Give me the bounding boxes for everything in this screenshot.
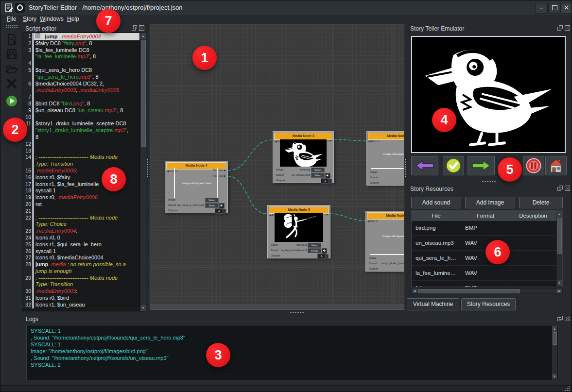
script-line[interactable]: 26syscall 1 [22, 248, 139, 255]
script-line[interactable]: 1 jump .mediaEntry0004 [22, 33, 139, 40]
delete-button[interactable]: Delete [519, 197, 563, 208]
port-in[interactable]: ◀ Port In [167, 170, 177, 172]
save-button[interactable] [6, 48, 17, 60]
node-title[interactable]: Media Node 2 [368, 133, 404, 140]
select-sound-button[interactable]: Select [308, 248, 321, 253]
scroll-down-icon[interactable]: ▼ [140, 305, 146, 311]
emulator-back-button[interactable] [411, 156, 438, 175]
port-in[interactable]: ◀ Port In [367, 220, 378, 222]
script-line[interactable]: 29; ---------------------------- Media n… [22, 275, 139, 289]
canvas-hscrollbar[interactable] [150, 305, 404, 309]
minimize-button[interactable]: – [535, 3, 548, 14]
port-out[interactable]: Port Out ▶ [213, 169, 226, 171]
media-node[interactable]: Media Node 3◀ Port InPort Out ▶Imagebird… [273, 131, 334, 183]
script-line[interactable]: 32lcons r1, $un_oiseau [22, 302, 139, 308]
add-image-button[interactable]: Add image [465, 197, 515, 208]
table-hscrollbar[interactable]: ◀ ▶ [411, 288, 563, 294]
script-line[interactable]: 6$mediaChoice0004 DC32, 2, .mediaEntry00… [22, 81, 139, 94]
media-node[interactable]: Media Node 6◀ Port InImage will appear h… [365, 211, 404, 272]
select-image-button[interactable]: Select [308, 243, 321, 248]
splitter-left[interactable] [147, 158, 149, 178]
script-line[interactable]: 19lcons r0, .mediaEntry0006 [22, 194, 139, 201]
close-button[interactable]: × [561, 3, 572, 14]
script-line[interactable]: 25lcons r1, $qui_sera_le_hero [22, 241, 139, 248]
script-line[interactable]: 20ret [22, 201, 139, 208]
add-sound-button[interactable]: Add sound [411, 197, 461, 208]
select-sound-button[interactable]: Select [205, 203, 219, 208]
float-panel-icon[interactable] [557, 316, 563, 321]
node-title[interactable]: Media Node 6 [367, 212, 404, 220]
close-panel-icon[interactable] [139, 25, 144, 31]
close-panel-icon[interactable] [565, 25, 570, 31]
media-node[interactable]: Media Node 4◀ Port InPort Out ▶Port Out … [165, 161, 228, 213]
scroll-right-icon[interactable]: ▶ [556, 289, 562, 293]
script-line[interactable]: 18syscall 1 [22, 187, 139, 194]
scroll-down-icon[interactable]: ▼ [552, 374, 557, 379]
script-line[interactable]: 12 [22, 141, 139, 148]
script-line[interactable]: 10 [22, 114, 139, 121]
node-graph-canvas[interactable]: Media Node 4◀ Port InPort Out ▶Port Out … [150, 24, 404, 310]
script-line[interactable]: 5$qui_sera_le_hero DC8 "qui_sera_le_hero… [22, 67, 139, 81]
media-node[interactable]: Media Node 2◀ Port InImage will appear h… [366, 131, 404, 186]
menu-windows[interactable]: Windows [40, 16, 64, 22]
logs-output[interactable]: SYSCALL: 1, Sound: "/home/anthony/ostpro… [26, 325, 558, 380]
close-panel-icon[interactable] [565, 316, 570, 321]
port-out[interactable]: Port Out ▶ [213, 174, 226, 177]
new-file-button[interactable] [6, 34, 17, 45]
play-sound-icon[interactable] [219, 203, 225, 208]
float-panel-icon[interactable] [557, 25, 563, 31]
menu-story[interactable]: Story [23, 16, 36, 22]
column-header-description[interactable]: Description [510, 211, 556, 221]
script-line[interactable]: 24lcons r0, 0 [22, 235, 139, 241]
toolbar-grip[interactable] [5, 24, 18, 28]
script-line[interactable]: 30.mediaEntry0003: [22, 288, 139, 295]
table-row[interactable]: fairy.pngBMP [412, 281, 562, 287]
script-line[interactable]: 23.mediaEntry0004: [22, 228, 139, 235]
script-line[interactable]: 14; ---------------------------- Media n… [22, 154, 139, 168]
script-editor-scrollbar[interactable]: ▲ ▼ [140, 33, 146, 311]
play-sound-icon[interactable] [325, 173, 330, 178]
splitter-emulator[interactable] [482, 181, 497, 183]
column-header-format[interactable]: Format [461, 211, 510, 221]
resize-grip-icon[interactable] [563, 386, 570, 392]
script-line[interactable]: 11$story1_drako_luminelle_sceptre DC8 "s… [22, 120, 139, 140]
script-line[interactable]: 31lcons r0, $bird [22, 295, 139, 302]
close-project-button[interactable] [6, 78, 17, 89]
maximize-button[interactable] [548, 3, 561, 14]
script-line[interactable]: 2$fairy DC8 "fairy.png", 8 [22, 40, 139, 47]
open-project-button[interactable] [6, 63, 17, 75]
port-in[interactable]: ◀ Port In [368, 140, 379, 143]
outputs-spinner[interactable]: 1 [321, 178, 329, 184]
splitter-bottom[interactable] [290, 311, 305, 313]
emulator-ok-button[interactable] [443, 156, 464, 175]
script-line[interactable]: 7 [22, 94, 139, 101]
script-line[interactable]: 8$bird DC8 "bird.png", 8 [22, 101, 139, 107]
script-line[interactable]: 21 [22, 208, 139, 215]
table-row[interactable]: bird.pngBMP [412, 221, 562, 236]
script-line[interactable]: 4 [22, 60, 139, 67]
close-panel-icon[interactable] [565, 186, 570, 191]
play-sound-icon[interactable] [322, 248, 327, 254]
tab-virtual-machine[interactable]: Virtual Machine [407, 298, 459, 310]
script-line[interactable]: 27lcons r0, $mediaChoice0004 [22, 255, 139, 261]
script-line[interactable]: 9$un_oiseau DC8 "un_oiseau.mp3", 8 [22, 107, 139, 114]
outputs-spinner[interactable]: 2 [215, 208, 224, 214]
emulator-pause-button[interactable] [523, 156, 544, 175]
run-story-button[interactable] [6, 95, 17, 107]
media-node[interactable]: Media Node 5◀ Port InPort Out ▶Imagefair… [267, 205, 330, 258]
menu-file[interactable]: File [7, 16, 16, 22]
scroll-left-icon[interactable]: ◀ [412, 289, 417, 293]
emulator-home-button[interactable] [545, 156, 567, 175]
menu-help[interactable]: Help [67, 16, 79, 22]
select-image-button[interactable]: Select [311, 168, 325, 172]
column-header-file[interactable]: File [412, 211, 461, 221]
select-sound-button[interactable]: Select [311, 173, 325, 178]
scroll-up-icon[interactable]: ▲ [552, 326, 557, 332]
script-line[interactable]: 22; ---------------------------- Media n… [22, 215, 139, 228]
table-row[interactable]: la_fee_lumine…WAV [412, 266, 562, 281]
scroll-up-icon[interactable]: ▲ [557, 211, 562, 217]
float-panel-icon[interactable] [132, 25, 137, 31]
outputs-spinner[interactable]: 1 [317, 254, 326, 259]
emulator-forward-button[interactable] [468, 156, 495, 175]
logs-scrollbar[interactable]: ▲ ▼ [552, 325, 557, 380]
